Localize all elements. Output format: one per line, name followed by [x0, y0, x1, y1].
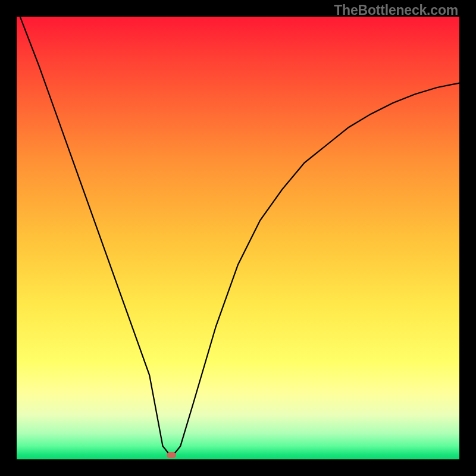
- watermark: TheBottleneck.com: [334, 2, 458, 18]
- optimal-marker: [167, 452, 176, 458]
- curve-svg: [17, 17, 459, 459]
- chart-frame: TheBottleneck.com: [0, 0, 476, 476]
- bottleneck-curve: [17, 8, 459, 457]
- plot-area: [17, 17, 459, 459]
